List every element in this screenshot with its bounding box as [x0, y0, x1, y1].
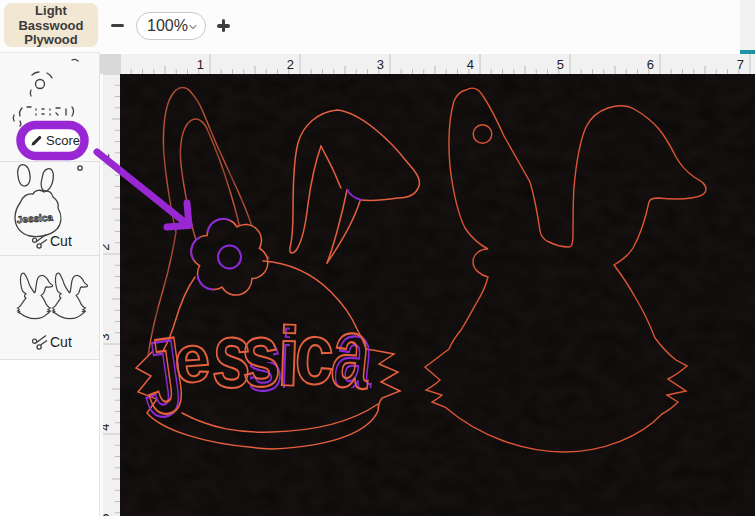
svg-text:6: 6 [647, 57, 654, 72]
svg-text:3: 3 [103, 333, 112, 340]
svg-text:1: 1 [197, 57, 204, 72]
svg-text:3: 3 [377, 57, 384, 72]
svg-text:2: 2 [103, 243, 112, 250]
svg-text:7: 7 [737, 57, 744, 72]
svg-text:4: 4 [467, 57, 474, 72]
svg-text:2: 2 [287, 57, 294, 72]
svg-text:e: e [172, 320, 213, 397]
svg-text:Jessica: Jessica [16, 212, 53, 226]
svg-text:Cut: Cut [50, 334, 72, 350]
svg-text:1: 1 [103, 153, 112, 160]
svg-text:4: 4 [103, 423, 112, 430]
svg-text:5: 5 [557, 57, 564, 72]
svg-text:Cut: Cut [50, 233, 72, 249]
